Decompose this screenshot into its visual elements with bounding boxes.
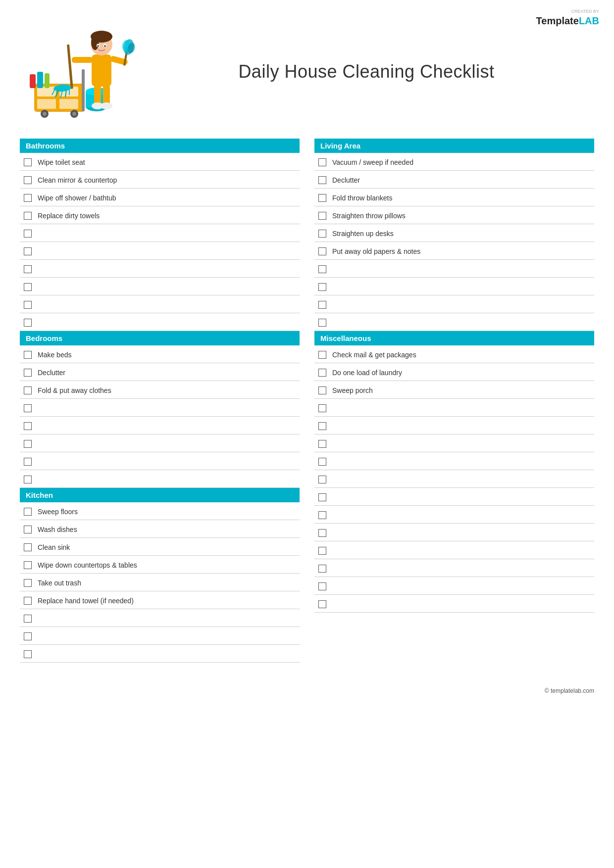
checkbox[interactable] (318, 404, 326, 412)
checkbox[interactable] (24, 458, 32, 466)
checkbox[interactable] (24, 476, 32, 483)
checkbox[interactable] (24, 561, 32, 569)
checklist-item (20, 417, 300, 434)
checklist-item: Replace dirty towels (20, 206, 300, 224)
checkbox[interactable] (318, 547, 326, 555)
checkbox[interactable] (24, 230, 32, 238)
checkbox[interactable] (24, 404, 32, 412)
checkbox[interactable] (318, 265, 326, 273)
logo: CREATED BY TemplateLAB (536, 9, 599, 27)
checkbox[interactable] (24, 212, 32, 220)
checkbox[interactable] (318, 476, 326, 483)
checkbox[interactable] (318, 529, 326, 537)
checklist-item: Declutter (314, 171, 594, 189)
checkbox[interactable] (24, 508, 32, 516)
checkbox[interactable] (24, 301, 32, 309)
checklist-item (314, 541, 594, 559)
checkbox[interactable] (24, 351, 32, 359)
item-text: Clean mirror & countertop (38, 176, 117, 184)
two-col-layout: BathroomsWipe toilet seatClean mirror & … (20, 139, 594, 663)
checklist-item: Fold throw blankets (314, 189, 594, 206)
checklist-item: Sweep porch (314, 381, 594, 399)
checkbox[interactable] (318, 440, 326, 448)
checkbox[interactable] (318, 422, 326, 430)
checkbox[interactable] (24, 422, 32, 430)
checkbox[interactable] (318, 212, 326, 220)
svg-rect-26 (67, 45, 73, 89)
svg-rect-24 (72, 57, 93, 63)
checkbox[interactable] (318, 458, 326, 466)
checkbox[interactable] (24, 247, 32, 255)
right-column: Living AreaVacuum / sweep if neededDeclu… (314, 139, 594, 663)
item-text: Make beds (38, 351, 71, 359)
section-miscellaneous: MiscellaneousCheck mail & get packagesDo… (314, 331, 594, 613)
svg-rect-9 (82, 69, 85, 111)
checkbox[interactable] (24, 440, 32, 448)
checklist-item: Do one load of laundry (314, 363, 594, 381)
section-header-bathrooms: Bathrooms (20, 139, 300, 153)
checkbox[interactable] (24, 650, 32, 658)
checkbox[interactable] (318, 301, 326, 309)
checklist-item (314, 577, 594, 595)
svg-rect-34 (103, 85, 110, 105)
svg-rect-4 (59, 99, 78, 109)
checklist-item (314, 559, 594, 577)
checkbox[interactable] (318, 493, 326, 501)
checkbox[interactable] (24, 283, 32, 291)
item-text: Declutter (332, 176, 360, 184)
left-column: BathroomsWipe toilet seatClean mirror & … (20, 139, 300, 663)
checkbox[interactable] (318, 283, 326, 291)
checkbox[interactable] (318, 582, 326, 590)
checkbox[interactable] (318, 230, 326, 238)
checkbox[interactable] (24, 579, 32, 587)
section-bathrooms: BathroomsWipe toilet seatClean mirror & … (20, 139, 300, 331)
checkbox[interactable] (318, 351, 326, 359)
checklist-item: Check mail & get packages (314, 345, 594, 363)
checkbox[interactable] (24, 158, 32, 166)
checkbox[interactable] (318, 369, 326, 377)
svg-rect-14 (37, 72, 43, 88)
checkbox[interactable] (318, 565, 326, 573)
checklist-item (314, 524, 594, 541)
checkbox[interactable] (318, 176, 326, 184)
item-text: Straighten throw pillows (332, 212, 406, 220)
item-text: Wash dishes (38, 526, 77, 533)
section-header-miscellaneous: Miscellaneous (314, 331, 594, 345)
checkbox[interactable] (318, 158, 326, 166)
checklist-item: Vacuum / sweep if needed (314, 153, 594, 171)
svg-point-8 (72, 112, 76, 116)
item-text: Declutter (38, 369, 65, 377)
checkbox[interactable] (318, 247, 326, 255)
checkbox[interactable] (318, 194, 326, 202)
checkbox[interactable] (318, 600, 326, 608)
checklist-item: Clean sink (20, 538, 300, 556)
svg-point-36 (101, 102, 112, 109)
checkbox[interactable] (318, 511, 326, 519)
checkbox[interactable] (24, 615, 32, 623)
checklist-item (314, 506, 594, 524)
checkbox[interactable] (24, 369, 32, 377)
svg-rect-16 (92, 54, 111, 87)
checkbox[interactable] (24, 543, 32, 551)
checkbox[interactable] (24, 194, 32, 202)
checkbox[interactable] (24, 597, 32, 605)
checkbox[interactable] (24, 176, 32, 184)
checkbox[interactable] (24, 632, 32, 640)
checklist-item: Take out trash (20, 574, 300, 591)
checklist-item: Clean mirror & countertop (20, 171, 300, 189)
item-text: Replace dirty towels (38, 212, 100, 220)
checkbox[interactable] (24, 386, 32, 394)
checklist-item (20, 399, 300, 417)
checkbox[interactable] (318, 386, 326, 394)
item-text: Wipe off shower / bathtub (38, 194, 116, 202)
svg-rect-13 (30, 74, 36, 88)
checkbox[interactable] (318, 319, 326, 327)
checklist-item (314, 488, 594, 506)
checkbox[interactable] (24, 265, 32, 273)
checklist-item: Fold & put away clothes (20, 381, 300, 399)
checkbox[interactable] (24, 526, 32, 533)
item-text: Fold throw blankets (332, 194, 392, 202)
footer: © templatelab.com (0, 682, 614, 699)
svg-rect-3 (37, 99, 56, 109)
checkbox[interactable] (24, 319, 32, 327)
